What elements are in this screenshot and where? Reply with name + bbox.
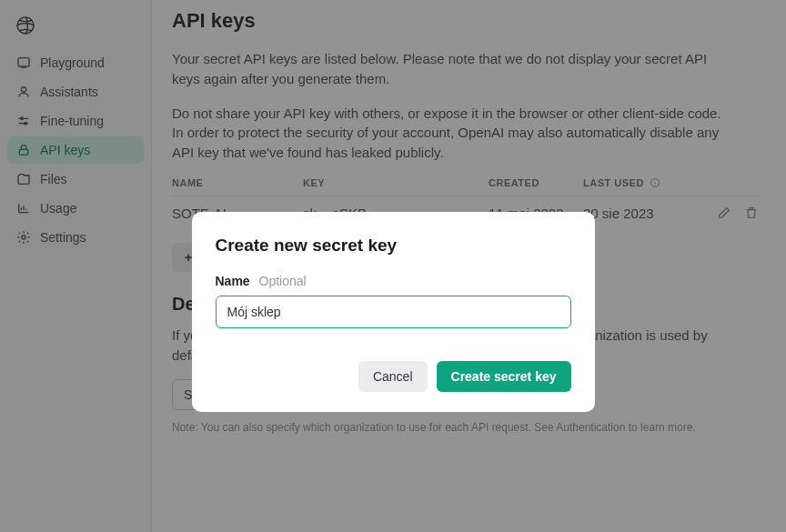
cancel-button[interactable]: Cancel (358, 361, 428, 392)
secret-key-name-input[interactable] (216, 296, 571, 328)
modal-title: Create new secret key (216, 236, 571, 256)
create-secret-key-button[interactable]: Create secret key (437, 361, 571, 392)
name-optional-hint: Optional (259, 274, 307, 288)
create-secret-key-modal: Create new secret key Name Optional Canc… (192, 212, 595, 412)
name-label: Name (216, 274, 250, 288)
name-field-label-row: Name Optional (216, 274, 571, 288)
modal-overlay[interactable]: Create new secret key Name Optional Canc… (0, 0, 786, 532)
